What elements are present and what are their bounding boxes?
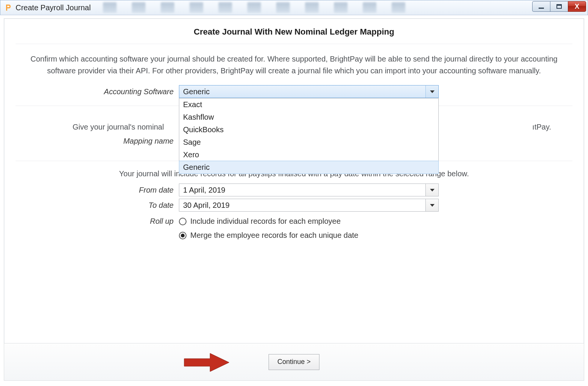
mapping-desc-left: Give your journal's nominal xyxy=(73,123,164,131)
from-date-row: From date 1 April, 2019 xyxy=(16,184,572,196)
to-date-row: To date 30 April, 2019 xyxy=(16,199,572,212)
to-date-combo[interactable]: 30 April, 2019 xyxy=(179,199,439,212)
from-date-label: From date xyxy=(16,186,179,195)
rollup-radio-individual[interactable] xyxy=(179,218,187,225)
mapping-name-label: Mapping name xyxy=(16,137,179,146)
rollup-option-individual: Include individual records for each empl… xyxy=(190,217,341,226)
rollup-row-1: Roll up Include individual records for e… xyxy=(16,215,572,227)
rollup-row-2: Merge the employee records for each uniq… xyxy=(16,229,572,241)
dialog-content: Create Journal With New Nominal Ledger M… xyxy=(4,19,584,343)
titlebar: Create Payroll Journal X xyxy=(0,0,588,15)
rollup-label: Roll up xyxy=(16,217,179,226)
window-title: Create Payroll Journal xyxy=(16,3,91,12)
dropdown-option-generic[interactable]: Generic xyxy=(179,161,439,174)
to-date-value: 30 April, 2019 xyxy=(179,201,229,210)
page-title: Create Journal With New Nominal Ledger M… xyxy=(16,27,572,37)
close-button[interactable]: X xyxy=(568,1,586,12)
dropdown-option-xero[interactable]: Xero xyxy=(179,149,438,161)
continue-button-label: Continue > xyxy=(277,358,311,366)
window-buttons: X xyxy=(533,1,586,12)
accounting-software-value: Generic xyxy=(179,87,210,96)
mapping-desc-right-fragment: ıtPay. xyxy=(532,123,551,131)
chevron-down-icon xyxy=(425,199,438,211)
close-icon: X xyxy=(575,3,579,11)
dropdown-option-exact[interactable]: Exact xyxy=(179,98,438,111)
minimize-icon xyxy=(539,8,544,9)
app-icon xyxy=(4,3,13,12)
titlebar-blur-bg xyxy=(103,0,527,15)
accounting-software-combo[interactable]: Generic xyxy=(179,85,439,98)
dropdown-option-kashflow[interactable]: Kashflow xyxy=(179,111,438,123)
from-date-combo[interactable]: 1 April, 2019 xyxy=(179,184,439,196)
from-date-value: 1 April, 2019 xyxy=(179,186,225,195)
accounting-software-label: Accounting Software xyxy=(16,87,179,96)
dialog-card: Create Journal With New Nominal Ledger M… xyxy=(4,18,584,381)
dialog-footer: Continue > xyxy=(4,343,584,380)
maximize-button[interactable] xyxy=(550,1,568,12)
annotation-arrow-icon xyxy=(183,352,231,375)
minimize-button[interactable] xyxy=(532,1,550,12)
chevron-down-icon xyxy=(425,85,438,98)
to-date-label: To date xyxy=(16,201,179,210)
dropdown-option-sage[interactable]: Sage xyxy=(179,136,438,149)
rollup-radio-merge[interactable] xyxy=(179,232,187,239)
maximize-icon xyxy=(556,4,562,9)
intro-text: Confirm which accounting software your j… xyxy=(18,53,570,77)
chevron-down-icon xyxy=(425,184,438,196)
accounting-software-dropdown: Exact Kashflow QuickBooks Sage Xero Gene… xyxy=(179,98,439,174)
separator xyxy=(16,44,572,44)
accounting-software-row: Accounting Software Generic Exact Kashfl… xyxy=(16,85,572,98)
rollup-option-merge: Merge the employee records for each uniq… xyxy=(190,231,359,240)
dropdown-option-quickbooks[interactable]: QuickBooks xyxy=(179,123,438,136)
continue-button[interactable]: Continue > xyxy=(269,354,319,370)
